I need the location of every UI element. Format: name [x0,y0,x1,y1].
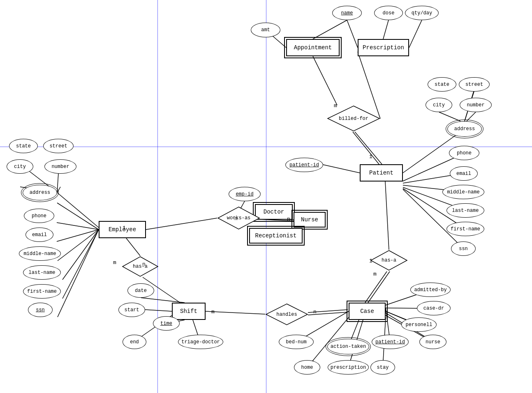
grid-line-vertical-1 [157,0,158,393]
svg-line-14 [467,112,476,121]
cardinality-label: m [373,271,377,277]
attribute-case-bednum: bed-num [279,335,314,349]
er-diagram-canvas: AppointmentPrescriptionPatientEmployeeDo… [0,0,532,393]
svg-line-34 [146,218,217,230]
attribute-pat-ssn: ssn [451,241,476,256]
entity-patient: Patient [360,164,403,182]
attribute-pat-street: street [459,77,490,92]
attribute-emp-middle: middle-name [19,246,61,261]
attribute-emp-last: last-name [23,265,61,280]
attribute-emp-email: email [25,228,53,242]
attribute-pat-number: number [460,98,492,112]
attribute-pat-email: email [450,166,478,181]
grid-line-horizontal-1 [0,147,532,147]
cardinality-label: 1 [369,154,372,160]
svg-line-25 [62,230,99,280]
svg-line-5 [313,56,337,105]
svg-line-4 [409,20,422,48]
attribute-case-personell: personell [401,317,437,332]
svg-line-3 [383,20,389,39]
attribute-emp-phone: phone [24,209,54,223]
svg-line-21 [57,203,99,230]
attribute-appt-name: name [332,6,362,20]
attribute-emp-first: first-name [23,284,61,299]
attribute-pat-state: state [428,77,456,92]
svg-line-39 [126,238,140,256]
cardinality-label: m [113,260,116,266]
attribute-case-stay: stay [370,360,395,375]
attribute-emp-state: state [9,139,38,153]
entity-nurse: Nurse [294,212,326,228]
svg-line-27 [58,230,99,317]
attribute-case-casedr: case-dr [417,301,451,315]
attribute-emp-street: street [43,139,74,153]
relationship-handles: handles [265,303,308,326]
attribute-pat-address: address [447,121,482,137]
entity-appointment: Appointment [286,39,340,56]
attribute-case-admitted: admitted-by [410,283,451,297]
cardinality-label: n [313,309,317,315]
attribute-case-prescription: prescription [328,360,369,375]
svg-line-28 [57,193,99,228]
relationship-has-a-pat: has-a [370,250,408,271]
attribute-pat-id: patient-id [285,158,323,172]
svg-line-23 [57,230,99,241]
attribute-pat-city: city [426,98,452,112]
svg-line-48 [368,271,390,303]
attribute-shift-triage: triage-doctor [178,335,223,349]
attribute-pat-first: first-name [446,222,484,236]
svg-line-32 [57,187,60,193]
svg-line-26 [62,230,99,299]
cardinality-label: m [211,309,215,315]
svg-line-22 [57,223,99,230]
entity-shift: Shift [172,303,206,320]
cardinality-label: 1 [123,225,126,231]
svg-line-46 [385,182,389,250]
attribute-shift-end: end [123,335,146,349]
svg-line-41 [141,298,185,303]
svg-line-8 [355,132,382,164]
entity-receptionist: Receptionist [249,228,303,244]
attribute-emp-id: emp-id [229,187,261,201]
attribute-case-home: home [294,360,320,375]
attribute-case-patientid: patient-id [372,335,409,349]
relationship-works-as: works-as [217,206,260,230]
attribute-case-actiontaken: action-taken [327,339,369,354]
attribute-pat-phone: phone [449,146,479,160]
svg-line-1 [313,20,347,39]
svg-line-42 [145,310,172,311]
attribute-pat-middle: middle-name [442,185,484,199]
attribute-presc-qty: qty/day [405,6,439,20]
attribute-presc-dose: dose [374,6,403,20]
attribute-shift-date: date [127,283,154,298]
attribute-shift-start: start [118,303,145,317]
attribute-pat-last: last-name [446,203,484,218]
relationship-billed-for: billed-for [327,105,380,132]
grid-line-vertical-2 [266,0,266,393]
svg-line-9 [323,165,360,173]
attribute-amt: amt [251,23,280,37]
attribute-emp-address: address [23,185,57,200]
entity-prescription: Prescription [358,39,409,56]
svg-line-2 [347,20,358,48]
svg-line-13 [439,112,460,121]
attribute-emp-ssn: ssn [28,303,53,317]
attribute-shift-time: time [153,316,180,331]
svg-line-24 [58,230,99,261]
relationship-has-a-emp: has-a [122,256,159,277]
attribute-emp-city: city [7,159,33,174]
cardinality-label: n [287,216,290,222]
svg-line-7 [353,132,379,164]
attribute-emp-number: number [44,159,76,174]
entity-case: Case [349,303,386,320]
attribute-case-nurse: nurse [419,335,446,349]
